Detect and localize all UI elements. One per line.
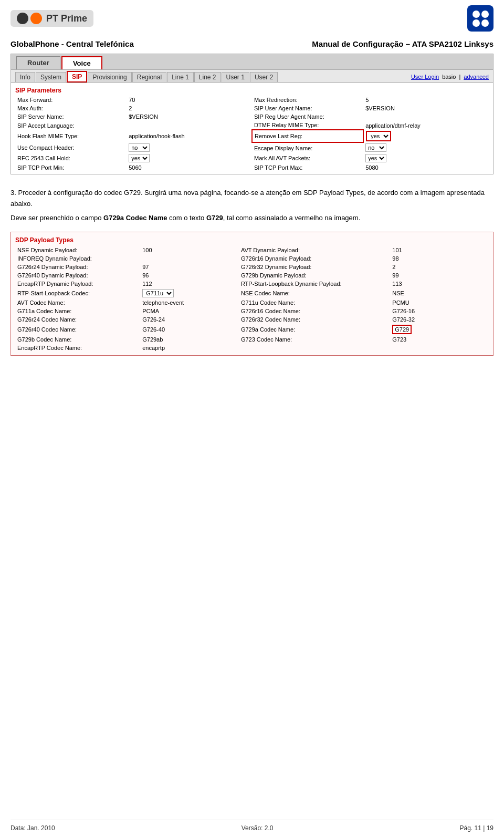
sdp-title: SDP Payload Types: [15, 235, 489, 246]
login-advanced-link[interactable]: advanced: [464, 74, 489, 80]
tab-voice[interactable]: Voice: [61, 56, 102, 69]
param-label: Remove Last Reg:: [252, 130, 363, 142]
param-label: SIP Server Name:: [15, 112, 127, 121]
sdp-value-g729a: G729: [390, 324, 489, 335]
tab-user2[interactable]: User 2: [250, 72, 278, 82]
param-label: Mark All AVT Packets:: [252, 153, 363, 163]
sdp-value: 96: [140, 271, 239, 280]
pt-dot-4: [481, 19, 489, 27]
tab-sip[interactable]: SIP: [67, 71, 87, 82]
sdp-value: 99: [390, 271, 489, 280]
sdp-value: 113: [390, 280, 489, 288]
param-value: no yes: [363, 142, 489, 153]
use-compact-header-select[interactable]: no yes: [129, 143, 150, 152]
sdp-label: RTP-Start-Loopback Codec:: [15, 288, 140, 298]
sdp-label: G729b Dynamic Payload:: [239, 271, 390, 280]
table-row: G726r24 Dynamic Payload: 97 G726r32 Dyna…: [15, 263, 489, 271]
param-value: [363, 112, 489, 121]
table-row: INFOREQ Dynamic Payload: G726r16 Dynamic…: [15, 254, 489, 263]
param-value: application/dtmf-relay: [363, 121, 489, 130]
sdp-value: encaprtp: [140, 344, 239, 352]
footer-page: Pág. 11 | 19: [459, 824, 494, 832]
sdp-value: G723: [390, 335, 489, 344]
step-number: 3.: [10, 189, 18, 197]
param-value: 5080: [363, 163, 489, 172]
login-separator: |: [459, 74, 460, 80]
sdp-value: 2: [390, 263, 489, 271]
tab-line1[interactable]: Line 1: [167, 72, 194, 82]
rfc2543-select[interactable]: yes no: [129, 154, 150, 162]
tab-login-area: User Login basio | advanced: [411, 74, 493, 80]
param-label: SIP TCP Port Max:: [252, 163, 363, 172]
sdp-value: 98: [390, 254, 489, 263]
logo-dots: [17, 13, 42, 24]
sdp-label: G711a Codec Name:: [15, 307, 140, 315]
sdp-value: G726-32: [390, 315, 489, 324]
sdp-value: [140, 254, 239, 263]
header: PT Prime: [10, 0, 494, 34]
tab-system[interactable]: System: [36, 72, 66, 82]
pt-logo: [467, 5, 494, 32]
param-label: SIP Accept Language:: [15, 121, 127, 130]
table-row: EncapRTP Codec Name: encaprtp: [15, 344, 489, 352]
mark-avt-select[interactable]: yes no: [365, 154, 386, 162]
sdp-label: G726r16 Dynamic Payload:: [239, 254, 390, 263]
sdp-label: G723 Codec Name:: [239, 335, 390, 344]
param-value: application/hook-flash: [127, 130, 252, 142]
sdp-label: NSE Dynamic Payload:: [15, 246, 140, 254]
instruction-paragraph-2: Deve ser preenchido o campo G729a Codec …: [10, 213, 494, 224]
param-label: SIP TCP Port Min:: [15, 163, 127, 172]
sdp-label: EncapRTP Codec Name:: [15, 344, 140, 352]
pt-dot-3: [472, 19, 480, 27]
section-title: SIP Parameters: [15, 85, 489, 96]
sdp-label: AVT Codec Name:: [15, 298, 140, 307]
escape-display-name-select[interactable]: no yes: [365, 143, 386, 152]
sdp-label: [239, 344, 390, 352]
sdp-value: PCMA: [140, 307, 239, 315]
page-wrapper: PT Prime GlobalPhone - Central Telefónic…: [0, 0, 504, 836]
sdp-value: G729ab: [140, 335, 239, 344]
sdp-label: G726r16 Codec Name:: [239, 307, 390, 315]
param-value: 70: [127, 96, 252, 104]
footer: Data: Jan. 2010 Versão: 2.0 Pág. 11 | 19: [10, 820, 494, 836]
table-row: RFC 2543 Call Hold: yes no Mark All AVT …: [15, 153, 489, 163]
tab-regional[interactable]: Regional: [132, 72, 166, 82]
remove-last-reg-select[interactable]: yes no: [366, 131, 391, 141]
table-row: G726r24 Codec Name: G726-24 G726r32 Code…: [15, 315, 489, 324]
params-table: Max Forward: 70 Max Redirection: 5 Max A…: [15, 96, 489, 172]
sdp-label: G726r40 Codec Name:: [15, 324, 140, 335]
params-section: SIP Parameters Max Forward: 70 Max Redir…: [11, 82, 493, 174]
param-label: Use Compact Header:: [15, 142, 127, 153]
table-row: G729b Codec Name: G729ab G723 Codec Name…: [15, 335, 489, 344]
table-row: Hook Flash MIME Type: application/hook-f…: [15, 130, 489, 142]
main-content: Router Voice Info System SIP Provisionin…: [10, 51, 494, 820]
table-row: RTP-Start-Loopback Codec: G711u NSE Code…: [15, 288, 489, 298]
tab-user1[interactable]: User 1: [222, 72, 249, 82]
sdp-label: G726r32 Dynamic Payload:: [239, 263, 390, 271]
table-row: G726r40 Dynamic Payload: 96 G729b Dynami…: [15, 271, 489, 280]
logo-dot-black: [17, 13, 28, 24]
tab-info[interactable]: Info: [15, 72, 35, 82]
sdp-label: G729a Codec Name:: [239, 324, 390, 335]
tab-provisioning[interactable]: Provisioning: [88, 72, 131, 82]
sdp-label: G726r32 Codec Name:: [239, 315, 390, 324]
user-login-link[interactable]: User Login: [411, 74, 439, 80]
instruction-text: 3. Proceder à configuração do codec G729…: [10, 182, 494, 232]
sdp-label: RTP-Start-Loopback Dynamic Payload:: [239, 280, 390, 288]
param-value: $VERSION: [363, 104, 489, 112]
rtp-loopback-select[interactable]: G711u: [142, 289, 174, 297]
pt-dot-2: [481, 11, 489, 18]
table-row: SIP TCP Port Min: 5060 SIP TCP Port Max:…: [15, 163, 489, 172]
sdp-label: G711u Codec Name:: [239, 298, 390, 307]
sdp-label: G726r40 Dynamic Payload:: [15, 271, 140, 280]
tab-line2[interactable]: Line 2: [194, 72, 221, 82]
sdp-section: SDP Payload Types NSE Dynamic Payload: 1…: [10, 232, 494, 356]
sdp-value: telephone-event: [140, 298, 239, 307]
tab-router[interactable]: Router: [16, 56, 60, 69]
param-label: Hook Flash MIME Type:: [15, 130, 127, 142]
sdp-label: NSE Codec Name:: [239, 288, 390, 298]
param-label: SIP Reg User Agent Name:: [252, 112, 363, 121]
tab-row-2: Info System SIP Provisioning Regional Li…: [11, 69, 493, 82]
g729a-highlighted-value: G729: [392, 325, 412, 334]
sdp-table: NSE Dynamic Payload: 100 AVT Dynamic Pay…: [15, 246, 489, 352]
